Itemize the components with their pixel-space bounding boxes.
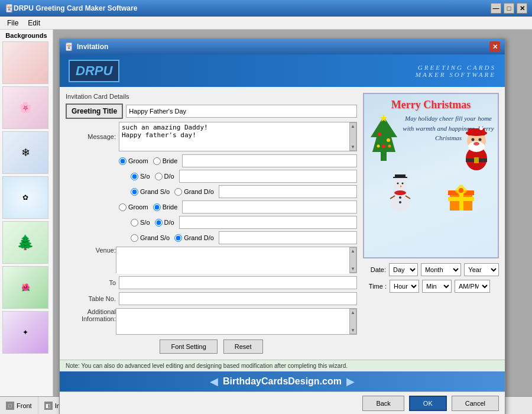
do-radio2[interactable] [155,219,163,227]
so-label: S/o [140,173,150,180]
additional-scrollbar[interactable]: ▲ ▼ [349,309,356,334]
sidebar-item-6[interactable]: 🌺 [2,266,48,309]
bride-radio[interactable] [153,157,161,165]
month-select[interactable]: Month [421,263,461,276]
snowman-svg [384,172,417,214]
grand-so-label: Grand S/o [140,188,170,195]
greeting-title-input[interactable] [126,105,357,118]
svg-point-2 [378,132,381,136]
reset-button[interactable]: Reset [223,339,263,354]
to-label: To [66,279,116,286]
popup-close-button[interactable]: ✕ [489,41,500,52]
cancel-button[interactable]: Cancel [452,396,499,411]
grand-so2-radio[interactable] [131,234,138,242]
card-preview-area: Merry Christmas [363,93,499,354]
santa-illustration [459,126,494,175]
so-radio2[interactable] [131,219,138,227]
so-name-input[interactable] [179,170,357,183]
to-input[interactable] [119,276,357,289]
font-setting-button[interactable]: Font Setting [160,339,217,354]
svg-rect-10 [474,157,479,163]
so-radio[interactable] [131,173,138,180]
taskbar-front[interactable]: □ Front [0,397,38,414]
menu-file[interactable]: File [2,18,23,28]
bride-name-input[interactable] [182,200,357,214]
svg-point-6 [388,145,391,148]
sidebar-item-2[interactable]: 🌸 [2,86,48,129]
grand-name-input[interactable] [219,185,357,198]
min-select[interactable]: Min [422,280,452,293]
close-button[interactable]: ✕ [517,3,527,14]
do-name-input[interactable] [179,216,357,229]
svg-rect-34 [448,197,474,201]
sidebar-item-1[interactable] [2,41,48,84]
groom-radio[interactable] [119,157,126,165]
message-input[interactable]: such an amazing Daddy! Happy father's da… [119,122,349,151]
ampm-select[interactable]: AM/PM [455,280,490,293]
additional-input[interactable] [116,309,349,334]
grand-so-row: Grand S/o Grand D/o [131,185,357,198]
hour-select[interactable]: Hour [390,280,419,293]
do-radio[interactable] [155,173,163,180]
ok-button[interactable]: OK [409,396,447,411]
table-no-input[interactable] [119,292,357,305]
time-row: Time : Hour Min AM/PM [363,280,499,293]
menu-edit[interactable]: Edit [23,18,45,28]
groom-name-input[interactable] [182,154,357,167]
greeting-logo: Greeting Cards MAKER SOFTWARE [416,64,496,78]
bride-radio-item: Bride [153,157,178,165]
backgrounds-sidebar: Backgrounds 🌸 ❄ ✿ 🌲 🌺 ✦ [0,30,53,396]
back-button[interactable]: Back [362,396,404,411]
grand-do-label: Grand D/o [184,188,214,195]
svg-point-27 [402,183,404,185]
svg-point-26 [397,183,399,185]
grand-so2-label: Grand S/o [140,234,170,241]
minimize-button[interactable]: — [491,3,501,14]
grand-do2-input[interactable] [219,231,357,244]
grand-do-radio[interactable] [174,188,182,196]
greeting-title-button[interactable]: Greeting Title [66,104,123,119]
additional-row: Additional Information: ▲ ▼ [66,308,357,335]
sidebar-item-7[interactable]: ✦ [2,311,48,354]
grand-row2: Grand S/o Grand D/o [131,231,357,244]
sidebar-item-3[interactable]: ❄ [2,131,48,174]
so-do-row2: S/o D/o [131,216,357,229]
inside-left-icon: ◧ [44,402,53,410]
svg-point-24 [399,196,401,199]
form-area: Invitation Card Details Greeting Title M… [66,93,357,354]
svg-point-16 [472,138,475,141]
grand-so-radio[interactable] [131,188,138,196]
form-buttons: Font Setting Reset [66,339,357,354]
table-no-label: Table No. [66,295,116,302]
svg-point-4 [382,144,385,148]
bride-radio2-item: Bride [153,203,178,211]
grand-do2-radio[interactable] [174,234,182,242]
so-label2: S/o [140,219,150,226]
year-select[interactable]: Year [464,263,499,276]
bride-groom-row2: Groom Bride [119,200,357,214]
maximize-button[interactable]: □ [504,3,514,14]
app-titlebar: 🃏 DRPU Greeting Card Maker Software — □ … [0,0,532,17]
message-scrollbar[interactable]: ▲ ▼ [349,122,356,151]
popup-bottom-buttons: Back OK Cancel [60,392,505,414]
website-banner: ◀ BirthdayCardsDesign.com ▶ [60,371,505,392]
sidebar-item-4[interactable]: ✿ [2,176,48,219]
card-title: Merry Christmas [391,99,471,111]
svg-point-37 [459,188,463,193]
bride-radio2[interactable] [153,203,161,211]
app-icon: 🃏 [5,4,14,12]
front-icon: □ [6,402,14,410]
svg-point-3 [387,138,390,142]
day-select[interactable]: Day [389,263,418,276]
sidebar-item-5[interactable]: 🌲 [2,221,48,264]
groom-radio2[interactable] [119,203,126,211]
do-radio2-item: D/o [155,219,174,227]
svg-rect-22 [395,174,406,178]
greeting-title-row: Greeting Title [66,104,357,119]
svg-point-17 [479,138,482,141]
venue-input[interactable] [116,247,349,274]
svg-point-18 [473,142,479,145]
date-label: Date: [363,266,386,273]
venue-scrollbar[interactable]: ▲ ▼ [349,247,356,273]
message-row: Message: such an amazing Daddy! Happy fa… [66,122,357,151]
